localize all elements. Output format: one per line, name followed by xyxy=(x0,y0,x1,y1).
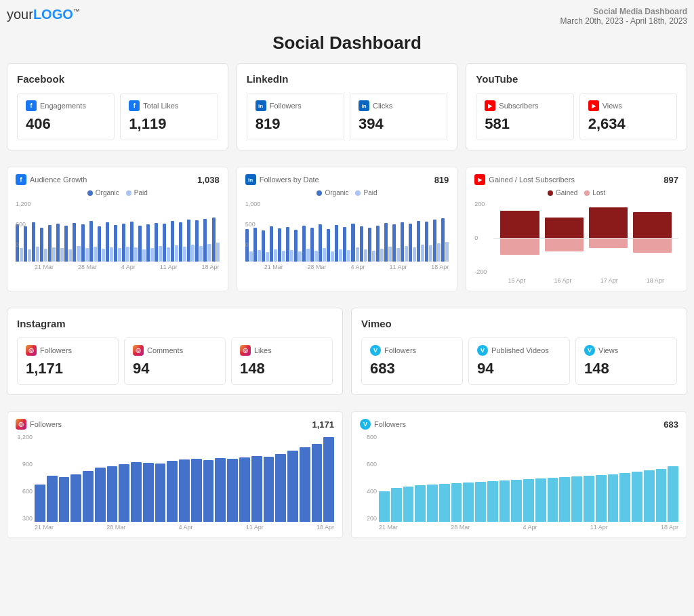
li-chart-header: in Followers by Date 819 xyxy=(245,174,449,185)
vimeo-followers-value: 683 xyxy=(370,360,454,377)
fb-chart-title: Audience Growth xyxy=(30,176,87,184)
youtube-title: YouTube xyxy=(476,73,677,85)
linkedin-followers-value: 819 xyxy=(256,115,335,133)
instagram-comments-value: 94 xyxy=(133,360,217,377)
fb-chart-header: f Audience Growth 1,038 xyxy=(16,174,220,185)
fb-chart-icon: f xyxy=(16,174,26,185)
linkedin-icon: in xyxy=(256,100,266,111)
linkedin-stats: in Followers 819 in Clicks 394 xyxy=(247,93,448,140)
linkedin-clicks: in Clicks 394 xyxy=(350,93,447,140)
yt-x-labels: 15 Apr16 Apr17 Apr18 Apr xyxy=(493,277,678,284)
youtube-subscribers-label: Subscribers xyxy=(499,102,538,110)
vimeo-section: Vimeo V Followers 683 V Published Videos… xyxy=(351,308,687,395)
vm-chart-total: 683 xyxy=(664,419,678,430)
ig-chart-title: Followers xyxy=(30,420,62,428)
ig-chart-total: 1,171 xyxy=(312,419,334,430)
instagram-comments: ◎ Comments 94 xyxy=(124,337,226,385)
ig-chart-header: ◎ Followers 1,171 xyxy=(16,419,334,430)
linkedin-clicks-value: 394 xyxy=(359,115,438,133)
vimeo-published: V Published Videos 94 xyxy=(468,337,570,385)
fb-chart-legend: Organic Paid xyxy=(16,189,220,197)
fb-bar-chart: 1,2006000 xyxy=(16,201,220,270)
vimeo-views-label: Views xyxy=(598,346,618,354)
vimeo-published-value: 94 xyxy=(477,360,561,377)
yt-bar-chart: 2000-200 xyxy=(474,201,678,284)
youtube-section: YouTube ▶ Subscribers 581 ▶ Views 2,634 xyxy=(466,63,687,150)
li-bar-chart: 1,0005000 xyxy=(245,201,449,270)
facebook-chart-card: f Audience Growth 1,038 Organic Paid 1,2… xyxy=(7,167,228,291)
vimeo-followers-label: Followers xyxy=(384,346,416,354)
linkedin-section: LinkedIn in Followers 819 in Clicks 394 xyxy=(237,63,458,150)
li-y-labels: 1,0005000 xyxy=(245,201,264,248)
yt-chart-header: ▶ Gained / Lost Subscribers 897 xyxy=(474,174,678,185)
youtube-subscribers-value: 581 xyxy=(485,115,565,133)
vm-bar-chart: 800600400200 xyxy=(360,434,678,531)
vm-x-labels: 21 Mar28 Mar4 Apr11 Apr18 Apr xyxy=(379,524,678,531)
youtube-views-label: Views xyxy=(603,102,622,110)
page-title: Social Dashboard xyxy=(7,33,687,54)
instagram-followers-value: 1,171 xyxy=(26,360,110,377)
vimeo-icon-2: V xyxy=(477,345,488,356)
youtube-subscribers: ▶ Subscribers 581 xyxy=(476,93,573,140)
page-header: yourLOGO™ Social Media Dashboard March 2… xyxy=(7,7,687,26)
yt-chart-icon: ▶ xyxy=(474,174,485,185)
ig-bar-chart: 1,200900600300 xyxy=(16,434,334,531)
instagram-stats: ◎ Followers 1,171 ◎ Comments 94 ◎ Likes xyxy=(17,337,333,385)
bottom-charts-row: ◎ Followers 1,171 1,200900600300 xyxy=(7,411,687,546)
middle-chart-row: f Audience Growth 1,038 Organic Paid 1,2… xyxy=(7,167,687,300)
facebook-section: Facebook f Engagements 406 f Total Likes… xyxy=(7,63,228,150)
facebook-icon-2: f xyxy=(129,100,140,111)
vimeo-views-value: 148 xyxy=(584,360,668,377)
instagram-comments-label: Comments xyxy=(147,346,183,354)
vm-chart-title: Followers xyxy=(374,420,406,428)
total-likes-value: 1,119 xyxy=(129,115,209,133)
li-chart-title: Followers by Date xyxy=(260,176,319,184)
fb-chart-total: 1,038 xyxy=(197,175,220,185)
fb-y-labels: 1,2006000 xyxy=(16,201,35,248)
linkedin-followers: in Followers 819 xyxy=(247,93,344,140)
vimeo-views: V Views 148 xyxy=(575,337,677,385)
facebook-icon: f xyxy=(26,100,37,111)
yt-chart-total: 897 xyxy=(664,175,678,185)
date-range: March 20th, 2023 - April 18th, 2023 xyxy=(560,16,687,26)
yt-chart-title: Gained / Lost Subscribers xyxy=(489,176,575,184)
linkedin-icon-2: in xyxy=(359,100,369,111)
logo-text: your xyxy=(7,7,33,22)
instagram-icon: ◎ xyxy=(26,345,37,356)
top-section-row: Facebook f Engagements 406 f Total Likes… xyxy=(7,63,687,159)
engagements-label: Engagements xyxy=(40,102,86,110)
instagram-icon-3: ◎ xyxy=(240,345,251,356)
linkedin-title: LinkedIn xyxy=(247,73,448,85)
instagram-followers: ◎ Followers 1,171 xyxy=(17,337,119,385)
vimeo-icon-3: V xyxy=(584,345,595,356)
youtube-views: ▶ Views 2,634 xyxy=(579,93,677,140)
youtube-icon-2: ▶ xyxy=(588,100,599,111)
logo: yourLOGO™ xyxy=(7,7,80,22)
instagram-likes-label: Likes xyxy=(254,346,272,354)
facebook-stats: f Engagements 406 f Total Likes 1,119 xyxy=(17,93,218,140)
ig-chart-icon: ◎ xyxy=(16,419,26,430)
header-info: Social Media Dashboard March 20th, 2023 … xyxy=(560,7,687,26)
total-likes-label: Total Likes xyxy=(143,102,178,110)
vimeo-chart-card: V Followers 683 800600400200 xyxy=(351,411,687,538)
instagram-chart-card: ◎ Followers 1,171 1,200900600300 xyxy=(7,411,343,538)
vimeo-icon: V xyxy=(370,345,381,356)
ig-x-labels: 21 Mar28 Mar4 Apr11 Apr18 Apr xyxy=(35,524,334,531)
instagram-followers-label: Followers xyxy=(40,346,72,354)
instagram-likes: ◎ Likes 148 xyxy=(231,337,333,385)
vm-chart-header: V Followers 683 xyxy=(360,419,678,430)
youtube-chart-card: ▶ Gained / Lost Subscribers 897 Gained L… xyxy=(466,167,687,291)
facebook-engagements: f Engagements 406 xyxy=(17,93,115,140)
linkedin-followers-label: Followers xyxy=(270,102,302,110)
li-chart-total: 819 xyxy=(434,175,449,185)
li-x-labels: 21 Mar28 Mar4 Apr11 Apr18 Apr xyxy=(264,264,449,270)
dashboard-subtitle: Social Media Dashboard xyxy=(560,7,687,16)
li-chart-legend: Organic Paid xyxy=(245,189,449,197)
yt-chart-legend: Gained Lost xyxy=(474,189,678,197)
vimeo-stats: V Followers 683 V Published Videos 94 V xyxy=(361,337,677,385)
vm-chart-icon: V xyxy=(360,419,371,430)
linkedin-clicks-label: Clicks xyxy=(373,102,392,110)
logo-tm: ™ xyxy=(73,7,80,15)
bottom-section-row: Instagram ◎ Followers 1,171 ◎ Comments 9… xyxy=(7,308,687,403)
vimeo-published-label: Published Videos xyxy=(491,346,549,354)
